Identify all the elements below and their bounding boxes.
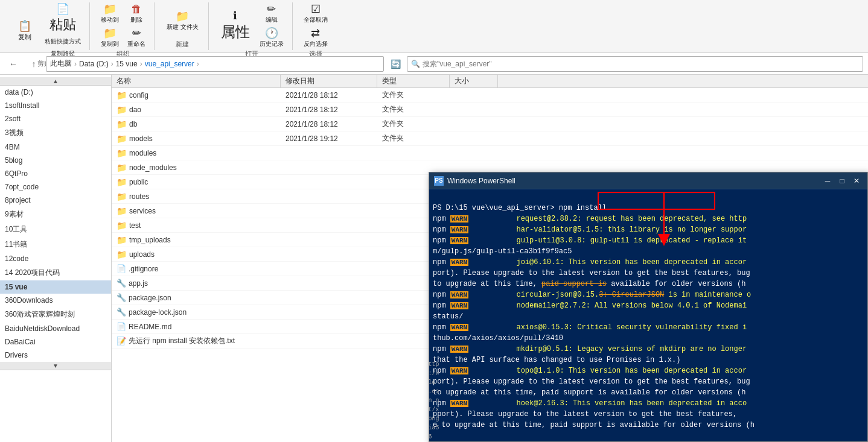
new-folder-button[interactable]: 📁 新建 文件夹 [162, 8, 203, 34]
ps-line-15: npm WARN topo@1.1.0: This version has be… [433, 367, 747, 375]
paste-shortcut-button[interactable]: 粘贴快捷方式 [41, 36, 85, 47]
col-header-type[interactable]: 类型 [377, 75, 450, 87]
sidebar-item-12code[interactable]: 12code [0, 252, 111, 265]
paste-button[interactable]: 📄 粘贴 [41, 2, 85, 35]
ps-line-9: npm WARN nodemailer@2.7.2: All versions … [433, 302, 747, 310]
sidebar-item-4bm[interactable]: 4BM [0, 140, 111, 154]
history-icon: 🕐 [265, 28, 278, 39]
ps-line-4: m/gulp.js/gulp-util-ca3b1f9f9ac5 [433, 247, 572, 256]
sidebar-item-360downloads[interactable]: 360Downloads [0, 294, 111, 307]
open-buttons: ℹ 属性 ✏ 编辑 🕐 历史记录 [216, 2, 287, 49]
folder-icon: 📁 [116, 250, 127, 259]
folder-icon: 📁 [116, 148, 127, 158]
properties-button[interactable]: ℹ 属性 [216, 8, 255, 44]
invert-button[interactable]: ⇄ 反向选择 [300, 27, 331, 49]
sidebar-item-9material[interactable]: 9素材 [0, 207, 111, 222]
clipboard-buttons: 📋 复制 📄 粘贴 粘贴快捷方式 复制路径 [10, 2, 85, 59]
sidebar-scroll-up[interactable]: ▲ [0, 77, 111, 86]
sidebar-item-15vue[interactable]: 15 vue [0, 280, 111, 294]
select-all-button[interactable]: ☑ 全部取消 [300, 2, 331, 25]
ps-title: Windows PowerShell [447, 177, 818, 185]
breadcrumb-item-0[interactable]: 此电脑 [50, 58, 72, 69]
invert-icon: ⇄ [311, 28, 320, 39]
folder-icon: 📁 [116, 163, 127, 172]
ps-line-14: that the API surface has changed to use … [433, 356, 680, 364]
sidebar-scroll-down[interactable]: ▼ [0, 362, 111, 370]
ps-line-18: npm WARN hoek@2.16.3: This version has b… [433, 399, 747, 408]
sidebar-item-10tools[interactable]: 10工具 [0, 222, 111, 237]
back-button[interactable]: ← [5, 55, 22, 72]
copy-icon: 📋 [18, 21, 31, 31]
file-list-header: 名称 修改日期 类型 大小 [112, 75, 868, 88]
copyto-icon: 📁 [103, 28, 116, 39]
file-item-dao[interactable]: 📁dao 2021/1/28 18:12 文件夹 [112, 103, 868, 117]
col-header-date[interactable]: 修改日期 [281, 75, 377, 87]
json-icon: 🔧 [116, 308, 126, 317]
file-item-models[interactable]: 📁models 2021/1/28 19:12 文件夹 [112, 131, 868, 146]
ps-controls: ─ □ ✕ [822, 175, 863, 186]
folder-icon: 📁 [116, 235, 127, 245]
copy-to-button[interactable]: 📁 复制到 [97, 27, 123, 49]
ps-line-0: PS D:\15 vue\vue_api_server> npm install [433, 204, 607, 212]
file-item-modules[interactable]: 📁modules [112, 146, 868, 160]
ps-line-1: npm WARN request@2.88.2: request has bee… [433, 215, 747, 223]
organize-group: 📁 移动到 📁 复制到 🗑 删除 ✏ 重命名 组织 [92, 2, 155, 50]
ps-line-8: npm WARN circular-json@0.15.3: CircularJ… [433, 291, 751, 299]
sidebar-item-6qtpro[interactable]: 6QtPro [0, 167, 111, 180]
sidebar-item-14code[interactable]: 14 2020项目代码 [0, 265, 111, 280]
breadcrumb-item-3[interactable]: vue_api_server [145, 60, 194, 68]
search-input[interactable] [423, 60, 859, 68]
file-icon: 📄 [116, 264, 126, 273]
edit-button[interactable]: ✏ 编辑 [256, 2, 287, 25]
breadcrumb-item-1[interactable]: Data (D:) [79, 60, 109, 68]
folder-icon: 📁 [116, 90, 127, 100]
move-to-button[interactable]: 📁 移动到 [97, 2, 123, 25]
breadcrumb-item-2[interactable]: 15 vue [116, 60, 138, 68]
ps-line-5: npm WARN joi@6.10.1: This version has be… [433, 258, 747, 267]
history-button[interactable]: 🕐 历史记录 [256, 27, 287, 49]
sidebar-item-baidu[interactable]: BaiduNetdiskDownload [0, 322, 111, 335]
ps-line-17: to upgrade at this time, paid support is… [433, 388, 745, 397]
folder-icon: 📁 [116, 134, 127, 144]
sidebar-item-data-d[interactable]: data (D:) [0, 86, 111, 99]
sidebar-item-11books[interactable]: 11书籍 [0, 237, 111, 252]
breadcrumb-bar[interactable]: 此电脑 › Data (D:) › 15 vue › vue_api_serve… [46, 56, 384, 72]
refresh-button[interactable]: 🔄 [388, 56, 403, 72]
sidebar-item-1softinstall[interactable]: 1softInstall [0, 99, 111, 112]
clipboard-group: 📋 复制 📄 粘贴 粘贴快捷方式 复制路径 剪贴板 [5, 2, 90, 50]
sidebar-item-drivers[interactable]: Drivers [0, 349, 111, 362]
col-header-size[interactable]: 大小 [450, 75, 498, 87]
ps-content: PS D:\15 vue\vue_api_server> npm install… [429, 189, 867, 441]
copy-button[interactable]: 📋 复制 [10, 18, 40, 44]
ps-line-7: to upgrade at this time, paid support is… [433, 280, 746, 288]
sidebar-item-2soft[interactable]: 2soft [0, 112, 111, 125]
col-header-name[interactable]: 名称 [112, 75, 281, 87]
sidebar-item-3video[interactable]: 3视频 [0, 125, 111, 140]
ps-maximize-button[interactable]: □ [836, 175, 848, 186]
open-group: ℹ 属性 ✏ 编辑 🕐 历史记录 打开 [211, 2, 293, 50]
search-box[interactable]: 🔍 [407, 56, 863, 72]
rename-button[interactable]: ✏ 重命名 [124, 27, 149, 49]
delete-icon: 🗑 [131, 4, 142, 14]
folder-icon: 📁 [116, 192, 127, 201]
sidebar-item-5blog[interactable]: 5blog [0, 154, 111, 167]
sidebar-item-8project[interactable]: 8project [0, 194, 111, 207]
address-bar: ← ↑ 此电脑 › Data (D:) › 15 vue › vue_api_s… [0, 53, 868, 75]
file-item-config[interactable]: 📁config 2021/1/28 18:12 文件夹 [112, 88, 868, 103]
ps-line-10: status/ [433, 312, 463, 321]
delete-button[interactable]: 🗑 删除 [124, 2, 149, 25]
up-button[interactable]: ↑ [25, 55, 42, 72]
sidebar-item-360games[interactable]: 360游戏管家辉煌时刻 [0, 307, 111, 322]
organize-buttons: 📁 移动到 📁 复制到 🗑 删除 ✏ 重命名 [97, 2, 149, 49]
ps-titlebar: PS Windows PowerShell ─ □ ✕ [429, 172, 867, 189]
new-group: 📁 新建 文件夹 新建 [157, 2, 209, 50]
folder-icon: 📁 [116, 177, 127, 187]
sidebar-item-dabai[interactable]: DaBaiCai [0, 335, 111, 349]
moveto-icon: 📁 [103, 4, 116, 14]
ps-annotation-url: https://blog.csdn.net/xiongjia516 [429, 360, 439, 441]
ps-close-button[interactable]: ✕ [850, 175, 863, 186]
file-item-db[interactable]: 📁db 2021/1/28 18:12 文件夹 [112, 117, 868, 131]
select-buttons: ☑ 全部取消 ⇄ 反向选择 [300, 2, 331, 49]
ps-minimize-button[interactable]: ─ [822, 175, 834, 186]
sidebar-item-7opt[interactable]: 7opt_code [0, 180, 111, 194]
